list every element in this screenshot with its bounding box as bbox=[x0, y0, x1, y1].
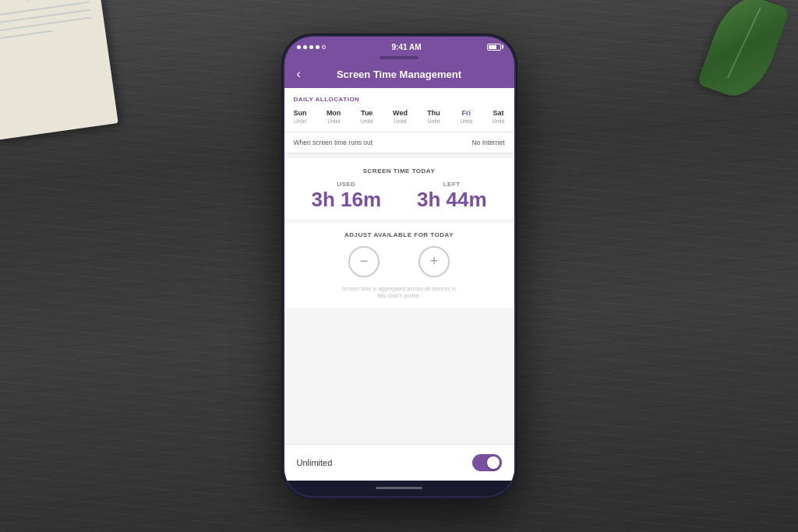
day-wed-name: Wed bbox=[393, 109, 408, 117]
unlimited-toggle[interactable] bbox=[472, 454, 502, 471]
used-stat: USED 3h 16m bbox=[311, 181, 381, 210]
phone-bottom bbox=[284, 481, 514, 496]
unlimited-label: Unlimited bbox=[297, 458, 333, 467]
day-mon[interactable]: Mon Unlid bbox=[327, 109, 341, 124]
home-indicator bbox=[376, 487, 422, 489]
signal-dots bbox=[297, 45, 326, 49]
screen-time-header: SCREEN TIME TODAY bbox=[294, 167, 505, 174]
signal-dot-4 bbox=[316, 45, 320, 49]
signal-dot-1 bbox=[297, 45, 301, 49]
app-title: Screen Time Management bbox=[337, 69, 461, 80]
adjust-buttons: − + bbox=[348, 246, 450, 277]
increase-button[interactable]: + bbox=[418, 246, 450, 277]
day-wed[interactable]: Wed Unlid bbox=[393, 109, 408, 124]
status-bar: 9:41 AM bbox=[284, 37, 514, 55]
left-label: LEFT bbox=[443, 181, 461, 188]
day-sat-name: Sat bbox=[493, 109, 503, 117]
adjust-section: ADJUST AVAILABLE FOR TODAY − + Screen ti… bbox=[284, 224, 514, 308]
screen-time-today-section: SCREEN TIME TODAY USED 3h 16m LEFT 3h 44… bbox=[284, 158, 514, 219]
used-label: USED bbox=[337, 181, 355, 188]
day-mon-name: Mon bbox=[327, 109, 341, 117]
day-tue-name: Tue bbox=[361, 109, 373, 117]
note-line2: this child's profile. bbox=[377, 293, 420, 298]
used-value: 3h 16m bbox=[311, 189, 381, 210]
days-grid: Sun Unlid Mon Unlid Tue Unlid Wed Unlid … bbox=[294, 109, 505, 124]
time-stats: USED 3h 16m LEFT 3h 44m bbox=[294, 181, 505, 210]
left-value: 3h 44m bbox=[417, 189, 487, 210]
daily-allocation-section: DAILY ALLOCATION Sun Unlid Mon Unlid Tue… bbox=[284, 88, 514, 132]
signal-dot-3 bbox=[309, 45, 313, 49]
day-sun-name: Sun bbox=[294, 109, 307, 117]
screen-out-value: No Internet bbox=[471, 139, 504, 146]
signal-dot-5 bbox=[322, 45, 326, 49]
note-line1: Screen time is aggregated across all dev… bbox=[342, 286, 456, 291]
decrease-button[interactable]: − bbox=[348, 246, 380, 277]
screen-out-row[interactable]: When screen time runs out No Internet bbox=[284, 132, 514, 153]
day-sat[interactable]: Sat Unlid bbox=[493, 109, 505, 124]
signal-dot-2 bbox=[303, 45, 307, 49]
back-button[interactable]: ‹ bbox=[297, 67, 301, 81]
battery-icon bbox=[487, 44, 501, 51]
day-tue-sub: Unlid bbox=[361, 118, 373, 124]
day-fri-sub: Unlid bbox=[460, 118, 472, 124]
day-fri[interactable]: Fri Unlid bbox=[460, 109, 472, 124]
day-tue[interactable]: Tue Unlid bbox=[361, 109, 373, 124]
phone-speaker bbox=[284, 55, 514, 61]
bottom-bar: Unlimited bbox=[284, 444, 514, 481]
battery-indicator bbox=[487, 44, 501, 51]
decorative-clipboard bbox=[0, 0, 118, 140]
screen-out-label: When screen time runs out bbox=[294, 139, 373, 146]
day-thu-name: Thu bbox=[427, 109, 440, 117]
day-thu-sub: Unlid bbox=[428, 118, 440, 124]
day-sat-sub: Unlid bbox=[493, 118, 505, 124]
adjust-label: ADJUST AVAILABLE FOR TODAY bbox=[344, 231, 454, 238]
day-sun[interactable]: Sun Unlid bbox=[294, 109, 307, 124]
app-content: DAILY ALLOCATION Sun Unlid Mon Unlid Tue… bbox=[284, 88, 514, 481]
day-wed-sub: Unlid bbox=[394, 118, 407, 124]
battery-fill bbox=[489, 45, 496, 49]
speaker-grille bbox=[380, 56, 418, 59]
phone-frame: 9:41 AM ‹ Screen Time Management DAILY A… bbox=[284, 37, 514, 496]
note-text: Screen time is aggregated across all dev… bbox=[334, 285, 464, 301]
status-time: 9:41 AM bbox=[392, 43, 422, 51]
decorative-leaf bbox=[712, 0, 798, 121]
day-sun-sub: Unlid bbox=[294, 118, 306, 124]
daily-allocation-label: DAILY ALLOCATION bbox=[294, 96, 505, 103]
app-header: ‹ Screen Time Management bbox=[284, 61, 514, 88]
left-stat: LEFT 3h 44m bbox=[417, 181, 487, 210]
day-mon-sub: Unlid bbox=[327, 118, 340, 124]
day-fri-name: Fri bbox=[461, 109, 471, 117]
day-thu[interactable]: Thu Unlid bbox=[427, 109, 440, 124]
